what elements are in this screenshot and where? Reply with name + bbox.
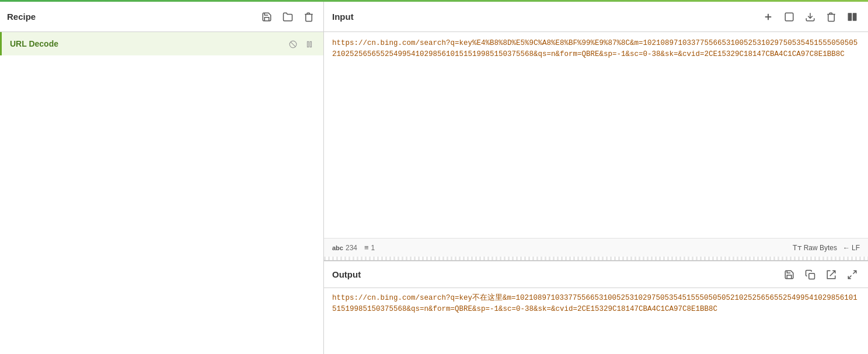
svg-rect-2	[308, 41, 309, 47]
input-load-button[interactable]	[803, 10, 818, 23]
output-fullscreen-button[interactable]	[845, 268, 860, 281]
recipe-item-disable-button[interactable]	[287, 38, 299, 50]
recipe-item-url-decode[interactable]: URL Decode	[0, 32, 323, 55]
output-header: Output	[324, 261, 868, 288]
input-footer-right: Tᴛ Raw Bytes ← LF	[793, 243, 860, 252]
recipe-save-button[interactable]	[259, 10, 274, 23]
recipe-header: Recipe	[0, 2, 323, 32]
raw-bytes-label: Raw Bytes	[804, 244, 837, 252]
svg-rect-8	[848, 13, 852, 21]
svg-rect-10	[809, 273, 815, 279]
char-count-stat: abc 234	[332, 244, 357, 252]
line-count-stat: ≡ 1	[364, 243, 375, 252]
lf-label: LF	[852, 244, 860, 252]
output-content: https://cn.bing.com/search?q=key不在这里&m=1…	[324, 288, 868, 354]
output-load-button[interactable]	[824, 268, 839, 281]
svg-rect-6	[785, 13, 793, 21]
load-input-icon	[826, 269, 836, 280]
input-add-button[interactable]	[761, 10, 776, 23]
svg-line-11	[853, 271, 856, 274]
left-panel: Recipe	[0, 2, 324, 354]
svg-rect-3	[310, 41, 311, 47]
save-icon	[262, 12, 272, 22]
trash-icon	[304, 12, 314, 22]
output-save-button[interactable]	[782, 268, 797, 281]
svg-line-1	[291, 42, 295, 47]
abc-icon: abc	[332, 244, 343, 251]
svg-rect-9	[853, 13, 857, 21]
new-file-icon	[784, 12, 794, 22]
right-panel: Input	[324, 2, 868, 354]
input-section: Input	[324, 2, 868, 261]
input-split-button[interactable]	[845, 10, 860, 23]
split-icon	[847, 12, 857, 22]
input-footer: abc 234 ≡ 1 Tᴛ Raw Bytes ← LF	[324, 238, 868, 257]
recipe-open-button[interactable]	[280, 10, 295, 23]
input-footer-left: abc 234 ≡ 1	[332, 243, 375, 252]
font-icon: Tᴛ	[793, 243, 802, 252]
input-text: https://cn.bing.com/search?q=key%E4%B8%8…	[332, 39, 857, 58]
output-section: Output	[324, 261, 868, 354]
input-delete-button[interactable]	[824, 10, 839, 23]
svg-line-12	[848, 275, 851, 278]
recipe-item-label: URL Decode	[10, 39, 58, 48]
input-header: Input	[324, 2, 868, 32]
input-new-button[interactable]	[782, 10, 797, 23]
divider	[324, 257, 868, 260]
input-content[interactable]: https://cn.bing.com/search?q=key%E4%B8%8…	[324, 32, 868, 238]
output-title: Output	[332, 269, 361, 279]
fullscreen-icon	[847, 269, 857, 280]
input-header-actions	[761, 10, 860, 23]
output-save-icon	[784, 269, 794, 280]
char-count: 234	[346, 244, 357, 252]
output-copy-button[interactable]	[803, 268, 818, 281]
raw-bytes-button[interactable]: Tᴛ Raw Bytes	[793, 243, 837, 252]
plus-icon	[763, 12, 773, 22]
output-header-actions	[782, 268, 860, 281]
app-container: Recipe	[0, 2, 868, 354]
disable-icon	[289, 40, 297, 48]
arrow-left-icon: ←	[843, 244, 850, 252]
input-title: Input	[332, 12, 354, 22]
folder-open-icon	[283, 12, 293, 22]
trash2-icon	[826, 12, 836, 22]
copy-icon	[805, 269, 815, 280]
recipe-item-pause-button[interactable]	[304, 38, 315, 50]
pause-icon	[305, 40, 313, 48]
lines-icon: ≡	[364, 243, 369, 252]
recipe-item-actions	[287, 38, 315, 50]
line-count: 1	[371, 244, 375, 252]
recipe-delete-button[interactable]	[301, 10, 316, 23]
recipe-title: Recipe	[7, 12, 36, 22]
lf-button[interactable]: ← LF	[843, 244, 860, 252]
recipe-header-actions	[259, 10, 316, 23]
load-icon	[805, 12, 815, 22]
output-text: https://cn.bing.com/search?q=key不在这里&m=1…	[332, 294, 857, 313]
